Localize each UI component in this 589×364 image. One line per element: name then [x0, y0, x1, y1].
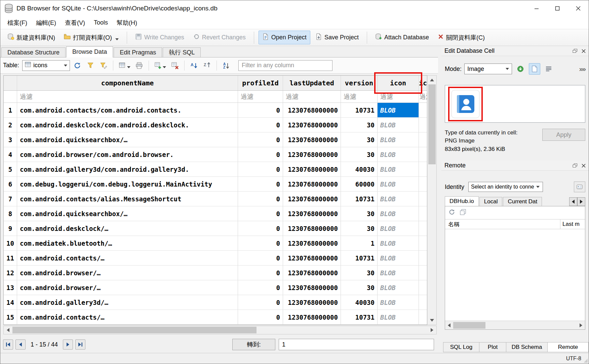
cell-partial[interactable] [419, 192, 427, 206]
cell-componentname[interactable]: com.android.contacts/… [17, 310, 238, 324]
row-number[interactable]: 6 [4, 177, 17, 191]
horizontal-scrollbar[interactable] [3, 326, 437, 334]
cell-componentname[interactable]: com.android.browser/… [17, 280, 238, 295]
cell-version[interactable]: 30 [341, 206, 378, 221]
cell-lastupdated[interactable]: 1230768000000 [283, 132, 341, 147]
cell-profileid[interactable]: 0 [238, 132, 283, 147]
cell-profileid[interactable]: 0 [238, 206, 283, 221]
cell-componentname[interactable]: com.android.gallery3d/… [17, 295, 238, 310]
cell-profileid[interactable]: 0 [238, 221, 283, 236]
goto-input[interactable] [279, 339, 434, 350]
tab-執行-sql[interactable]: 執行 SQL [163, 47, 201, 57]
cell-version[interactable]: 10731 [341, 310, 378, 324]
remote-refresh-icon[interactable] [448, 209, 455, 217]
column-header-profileid[interactable]: profileId [238, 76, 283, 90]
remote-tab-dbhub-io[interactable]: DBHub.io [445, 196, 479, 206]
cell-icon[interactable]: BLOB [378, 221, 419, 236]
menu-item[interactable]: 檔案(F) [3, 17, 32, 29]
filter-field-version[interactable]: 過濾 [341, 91, 378, 103]
row-number[interactable]: 5 [4, 162, 17, 176]
row-number[interactable]: 10 [4, 236, 17, 250]
text-view-button[interactable] [543, 63, 554, 75]
cell-partial[interactable] [419, 251, 427, 265]
cell-lastupdated[interactable]: 1230768000000 [283, 177, 341, 191]
scroll-right-arrow[interactable] [428, 326, 436, 334]
scroll-left-arrow[interactable] [445, 321, 453, 329]
last-record-button[interactable] [75, 339, 85, 350]
overflow-chevron[interactable]: »» [579, 65, 585, 73]
cell-version[interactable]: 60000 [341, 177, 378, 191]
cell-icon[interactable]: BLOB [378, 118, 419, 132]
cell-icon[interactable]: BLOB [378, 251, 419, 265]
sort-az-button[interactable]: AZ [221, 60, 232, 71]
cell-componentname[interactable]: com.android.contacts/… [17, 251, 238, 265]
cell-lastupdated[interactable]: 1230768000000 [283, 103, 341, 117]
dock-tab-sql-log[interactable]: SQL Log [443, 342, 479, 352]
resize-grip[interactable] [584, 359, 588, 363]
cell-componentname[interactable]: com.android.browser/com.android.browser. [17, 147, 238, 162]
row-number[interactable]: 11 [4, 251, 17, 265]
row-number[interactable]: 13 [4, 280, 17, 295]
prev-record-button[interactable] [15, 339, 26, 350]
cell-componentname[interactable]: com.android.quicksearchbox/… [17, 206, 238, 221]
insert-record-button[interactable] [153, 60, 167, 71]
identity-select[interactable]: Select an identity to conne [468, 182, 543, 192]
cell-partial[interactable] [419, 236, 427, 250]
delete-record-button[interactable] [169, 60, 181, 71]
filter-field-lastupdated[interactable]: 過濾 [283, 91, 341, 103]
row-number[interactable]: 12 [4, 266, 17, 280]
cell-componentname[interactable]: com.android.gallery3d/com.android.galler… [17, 162, 238, 176]
remote-clone-icon[interactable] [460, 209, 467, 216]
tab-database-structure[interactable]: Database Structure [1, 47, 66, 57]
remote-tab-scroll-right[interactable] [577, 197, 585, 206]
cell-partial[interactable] [419, 132, 427, 147]
cell-icon[interactable]: BLOB [378, 266, 419, 280]
cell-componentname[interactable]: com.mediatek.bluetooth/… [17, 236, 238, 250]
cell-partial[interactable] [419, 310, 427, 324]
cell-profileid[interactable]: 0 [238, 103, 283, 117]
filter-button[interactable] [85, 60, 96, 71]
cell-profileid[interactable]: 0 [238, 118, 283, 132]
cell-version[interactable]: 10731 [341, 251, 378, 265]
scroll-left-arrow[interactable] [4, 326, 12, 334]
tab-edit-pragmas[interactable]: Edit Pragmas [114, 47, 162, 57]
cell-profileid[interactable]: 0 [238, 147, 283, 162]
cell-componentname[interactable]: com.android.contacts/alias.MessageShortc… [17, 192, 238, 206]
column-header-partial[interactable]: ic [419, 76, 427, 90]
new-record-button[interactable] [117, 60, 132, 71]
cell-icon[interactable]: BLOB [378, 295, 419, 310]
cell-version[interactable]: 30 [341, 147, 378, 162]
cell-version[interactable]: 1 [341, 236, 378, 250]
mode-select[interactable]: Image [464, 64, 512, 74]
cell-lastupdated[interactable]: 1230768000000 [283, 310, 341, 324]
remote-column-name[interactable]: 名稱 [445, 219, 560, 229]
row-number[interactable]: 1 [4, 103, 17, 117]
next-record-button[interactable] [63, 339, 73, 350]
cell-lastupdated[interactable]: 1230768000000 [283, 206, 341, 221]
print-button[interactable] [133, 60, 145, 71]
cell-icon[interactable]: BLOB [378, 192, 419, 206]
tab-browse-data[interactable]: Browse Data [66, 46, 113, 57]
row-number[interactable]: 9 [4, 221, 17, 236]
attach-database-button[interactable]: Attach Database [371, 31, 433, 44]
cell-componentname[interactable]: com.android.browser/… [17, 266, 238, 280]
menu-item[interactable]: 查看(V) [61, 17, 89, 29]
cell-profileid[interactable]: 0 [238, 177, 283, 191]
dock-tab-db-schema[interactable]: DB Schema [506, 342, 547, 352]
table-select[interactable]: icons [22, 60, 70, 71]
open-project-button[interactable]: Open Project [259, 31, 310, 44]
column-header-componentname[interactable]: componentName [17, 76, 238, 90]
row-number[interactable]: 4 [4, 147, 17, 162]
menu-item[interactable]: 幫助(H) [112, 17, 142, 29]
cell-componentname[interactable]: com.android.deskclock/… [17, 221, 238, 236]
cell-profileid[interactable]: 0 [238, 236, 283, 250]
corner-header[interactable] [4, 76, 17, 90]
cell-icon[interactable]: BLOB [378, 103, 419, 117]
row-number[interactable]: 3 [4, 132, 17, 147]
cell-lastupdated[interactable]: 1230768000000 [283, 295, 341, 310]
row-number[interactable]: 14 [4, 295, 17, 310]
vertical-scrollbar[interactable] [427, 75, 437, 325]
maximize-button[interactable] [547, 0, 568, 16]
dock-tab-plot[interactable]: Plot [479, 342, 506, 352]
cell-icon[interactable]: BLOB [378, 162, 419, 176]
